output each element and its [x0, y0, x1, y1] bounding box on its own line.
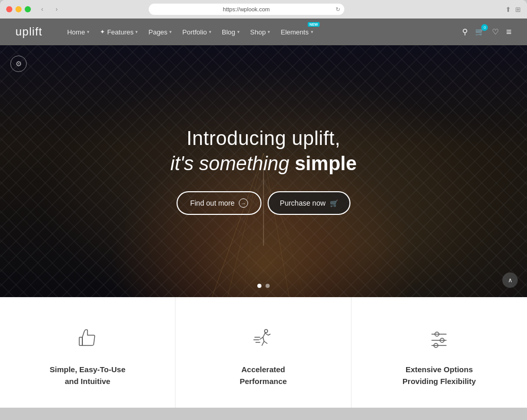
share-icon[interactable]: ⬆ [505, 6, 511, 13]
sliders-icon [424, 323, 454, 354]
url-text: https://wplook.com [223, 6, 270, 12]
speed-icon [248, 323, 278, 354]
svg-point-11 [265, 330, 268, 333]
back-button[interactable]: ‹ [36, 5, 48, 14]
slider-dot-2[interactable] [266, 284, 270, 288]
svg-rect-10 [79, 337, 82, 345]
site-header: uplift Home ▾ ✦ Features ▾ Pages ▾ Portf… [0, 19, 527, 45]
find-out-more-button[interactable]: Find out more → [177, 191, 261, 215]
browser-nav-buttons: ‹ › [36, 5, 63, 14]
chevron-up-icon: ∧ [508, 277, 513, 284]
chevron-down-icon: ▾ [268, 29, 270, 34]
slider-dots [257, 284, 270, 288]
hero-title: Introducing uplift, [170, 127, 357, 150]
thumbs-up-icon [72, 323, 103, 354]
address-bar[interactable]: https://wplook.com ↻ [149, 4, 344, 15]
feature-item-performance: Accelerated Performance [175, 297, 351, 408]
maximize-button[interactable] [25, 6, 31, 12]
cart-count: 0 [481, 24, 488, 31]
title-bar: ‹ › https://wplook.com ↻ ⬆ ⊞ [0, 0, 527, 19]
nav-item-shop[interactable]: Shop ▾ [246, 26, 274, 38]
wishlist-icon[interactable]: ♡ [492, 27, 499, 36]
new-tab-icon[interactable]: ⊞ [515, 6, 521, 13]
feature-item-options: Extensive Options Providing Flexibility [352, 297, 527, 408]
hero-subtitle: it's something simple [170, 153, 357, 175]
slider-dot-1[interactable] [257, 284, 261, 288]
nav-item-pages[interactable]: Pages ▾ [144, 26, 176, 38]
search-icon[interactable]: ⚲ [462, 27, 468, 36]
chevron-down-icon: ▾ [209, 29, 212, 34]
nav-item-home[interactable]: Home ▾ [63, 26, 94, 38]
nav-item-blog[interactable]: Blog ▾ [218, 26, 244, 38]
new-badge: NEW [308, 22, 319, 27]
site-logo[interactable]: uplift [15, 25, 42, 39]
features-icon: ✦ [100, 28, 105, 35]
nav-item-elements[interactable]: NEW Elements ▾ [276, 26, 317, 38]
traffic-lights [6, 6, 31, 12]
hero-content: Introducing uplift, it's something simpl… [170, 127, 357, 215]
nav-item-features[interactable]: ✦ Features ▾ [96, 26, 142, 38]
cart-button[interactable]: 🛒 0 [475, 27, 485, 36]
hero-buttons: Find out more → Purchase now 🛒 [170, 191, 357, 215]
feature-title-simple: Simple, Easy-To-Use and Intuitive [50, 364, 126, 387]
cart-icon: 🛒 [330, 199, 338, 207]
chevron-down-icon: ▾ [169, 29, 172, 34]
website: uplift Home ▾ ✦ Features ▾ Pages ▾ Portf… [0, 19, 527, 408]
chevron-down-icon: ▾ [87, 29, 90, 34]
close-button[interactable] [6, 6, 12, 12]
minimize-button[interactable] [15, 6, 22, 12]
feature-item-simple: Simple, Easy-To-Use and Intuitive [0, 297, 175, 408]
browser-window: ‹ › https://wplook.com ↻ ⬆ ⊞ [0, 0, 527, 19]
arrow-right-icon: → [239, 198, 248, 208]
main-nav: Home ▾ ✦ Features ▾ Pages ▾ Portfolio ▾ … [63, 26, 462, 38]
refresh-icon[interactable]: ↻ [336, 6, 340, 13]
settings-icon[interactable]: ⚙ [10, 56, 27, 72]
features-section: Simple, Easy-To-Use and Intuitive [0, 297, 527, 408]
feature-title-options: Extensive Options Providing Flexibility [402, 364, 476, 387]
header-actions: ⚲ 🛒 0 ♡ ≡ [462, 27, 512, 38]
nav-item-portfolio[interactable]: Portfolio ▾ [178, 26, 216, 38]
hero-section: ⚙ Introducing uplift, it's something sim… [0, 45, 527, 297]
purchase-now-button[interactable]: Purchase now 🛒 [268, 191, 350, 215]
forward-button[interactable]: › [50, 5, 63, 14]
chevron-down-icon: ▾ [311, 29, 313, 34]
chevron-down-icon: ▾ [135, 29, 138, 34]
menu-icon[interactable]: ≡ [506, 27, 512, 38]
toolbar-icons: ⬆ ⊞ [505, 6, 521, 13]
scroll-up-button[interactable]: ∧ [502, 272, 518, 288]
feature-title-performance: Accelerated Performance [240, 364, 287, 387]
chevron-down-icon: ▾ [237, 29, 240, 34]
